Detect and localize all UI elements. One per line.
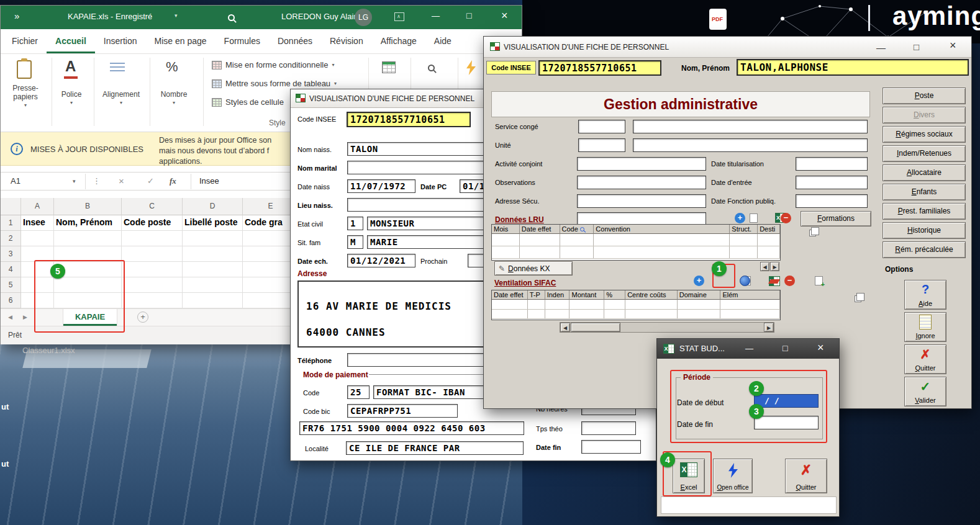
cells-icon[interactable] [382, 61, 396, 73]
insert-function-icon[interactable]: fx [170, 176, 176, 186]
add-sheet-icon[interactable]: + [137, 312, 148, 323]
tab-revision[interactable]: Révision [321, 29, 372, 53]
date-fin-field[interactable] [581, 440, 641, 454]
lru-cell[interactable] [730, 246, 758, 258]
cell[interactable] [122, 246, 183, 262]
sidebar-button-regimes-sociaux[interactable]: Régimes sociaux [882, 126, 966, 143]
cell-c1[interactable]: Code poste [122, 215, 183, 231]
sidebar-button-historique[interactable]: Historique [882, 222, 966, 239]
service-conge-field[interactable] [633, 120, 868, 133]
sidebar-button-poste[interactable]: Poste [882, 88, 966, 104]
etat-civil-field[interactable]: MONSIEUR [367, 217, 485, 230]
row-header-3[interactable]: 3 [1, 246, 21, 262]
sidebar-button-rem-precalculee[interactable]: Rém. précalculée [882, 241, 966, 258]
sifac-cell[interactable] [528, 310, 545, 318]
column-header-c[interactable]: C [122, 198, 183, 215]
minimize-icon[interactable]: — [432, 11, 440, 20]
cell-b1[interactable]: Nom, Prénom [54, 215, 122, 231]
alignment-group-label[interactable]: Alignement [102, 90, 140, 99]
sheets-icon[interactable] [809, 230, 816, 236]
sheet-next-icon[interactable]: ▶ [23, 314, 27, 320]
cell[interactable] [183, 262, 243, 277]
sidebar-button-enfants[interactable]: Enfants [882, 184, 966, 200]
close-icon[interactable]: × [501, 9, 508, 22]
delete-row-icon[interactable]: − [781, 213, 791, 223]
sifac-cell[interactable] [569, 310, 604, 318]
conditional-formatting-button[interactable]: Mise en forme conditionnelle [225, 60, 328, 70]
close-icon[interactable]: × [950, 41, 956, 50]
observations-field[interactable] [577, 176, 706, 189]
lru-cell[interactable] [520, 246, 560, 258]
format-as-table-button[interactable]: Mettre sous forme de tableau [225, 79, 330, 88]
enter-icon[interactable]: ✓ [147, 176, 154, 186]
maximize-icon[interactable]: □ [783, 343, 787, 353]
nom-naiss-field[interactable]: TALON [347, 142, 485, 156]
quick-access-overflow[interactable]: » [14, 11, 19, 21]
cell-d1[interactable]: Libellé poste [183, 215, 243, 231]
lru-cell[interactable] [492, 246, 520, 258]
lru-cell[interactable] [560, 246, 594, 258]
sifac-cell[interactable] [528, 300, 545, 309]
close-icon[interactable]: × [817, 341, 824, 354]
quitter-button[interactable]: ✗ Quitter [785, 459, 827, 493]
tab-mise-en-page[interactable]: Mise en page [146, 29, 216, 53]
account-name[interactable]: LOREDON Guy Alain [281, 12, 358, 21]
pdf-icon[interactable]: PDF [709, 9, 727, 30]
tps-theo-field[interactable] [581, 421, 636, 435]
open-office-button[interactable]: Open office [713, 459, 753, 493]
font-icon[interactable]: A [65, 58, 76, 75]
column-header-a[interactable]: A [21, 198, 54, 215]
tab-insertion[interactable]: Insertion [95, 29, 146, 53]
percent-icon[interactable]: % [166, 59, 178, 75]
activite-conjoint-field[interactable] [577, 157, 706, 171]
date-entree-field[interactable] [796, 176, 868, 189]
sit-fam-field[interactable]: MARIE [367, 235, 485, 249]
lru-cell[interactable] [730, 234, 758, 246]
cell[interactable] [122, 262, 183, 277]
number-group-label[interactable]: Nombre [161, 90, 188, 99]
unite-code-field[interactable] [578, 138, 625, 152]
edit-find-icon[interactable] [428, 65, 435, 71]
sifac-cell[interactable] [604, 300, 625, 309]
code-insee-field[interactable]: 1720718557710651 [347, 112, 471, 127]
date-ech-field[interactable]: 01/12/2021 [347, 254, 415, 267]
lru-cell[interactable] [560, 234, 594, 246]
date-naiss-field[interactable]: 11/07/1972 [347, 179, 415, 193]
sifac-cell[interactable] [678, 310, 721, 318]
iban-field[interactable]: FR76 1751 5900 0004 0922 6450 603 [299, 421, 524, 435]
tab-donnees[interactable]: Données [269, 29, 321, 53]
code-bic-field[interactable]: CEPAFRPP751 [347, 404, 458, 418]
sifac-cell[interactable] [492, 310, 528, 318]
lru-cell[interactable] [594, 234, 730, 246]
tab-accueil[interactable]: Accueil [47, 29, 95, 53]
sifac-cell[interactable] [720, 310, 780, 318]
cell-a1[interactable]: Insee [21, 215, 54, 231]
cell[interactable] [183, 231, 243, 246]
localite-field[interactable]: CE ILE DE FRANCE PAR [346, 441, 524, 455]
cell[interactable] [183, 246, 243, 262]
lru-cell[interactable] [758, 234, 780, 246]
search-icon[interactable] [228, 14, 235, 21]
scrollbar-thumb[interactable] [571, 323, 620, 332]
minimize-icon[interactable]: — [876, 43, 886, 52]
sheets-icon[interactable] [855, 295, 861, 302]
alignment-icon[interactable] [110, 63, 125, 73]
code-desc-field[interactable]: FORMAT BIC- IBAN [373, 385, 486, 399]
drag-handle-icon[interactable]: ⋮ [93, 176, 101, 186]
lru-cell[interactable] [520, 234, 560, 246]
sheet-prev-icon[interactable]: ◀ [8, 314, 12, 320]
add-row-icon[interactable]: + [735, 213, 745, 223]
horizontal-scrollbar[interactable]: ◀ ▶ [560, 322, 774, 333]
sidebar-button-prest-familiales[interactable]: Prest. familiales [882, 203, 966, 220]
avatar[interactable]: LG [355, 9, 372, 26]
formations-button[interactable]: Formations [801, 211, 871, 227]
aide-button[interactable]: ? Aide [904, 280, 946, 310]
clipboard-group-label[interactable]: Presse-papiers [12, 84, 38, 101]
sifac-cell[interactable] [625, 310, 678, 318]
taskbar-window-label[interactable]: Classeur1.xlsx [22, 346, 75, 355]
row-header-5[interactable]: 5 [1, 277, 21, 293]
ignore-button[interactable]: Ignore [904, 312, 946, 342]
cell[interactable] [122, 277, 183, 293]
service-conge-code-field[interactable] [578, 120, 625, 133]
sidebar-button-allocataire[interactable]: Allocataire [882, 164, 966, 181]
